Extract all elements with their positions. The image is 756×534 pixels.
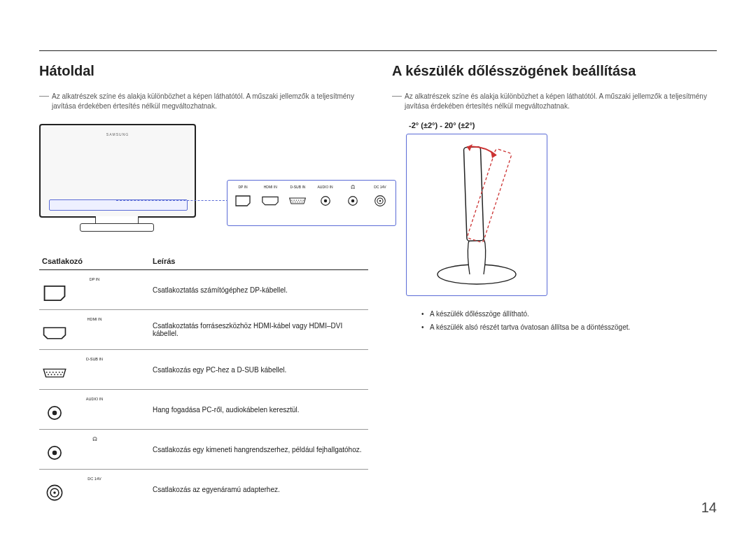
port-panel-callout: DP INHDMI IND-SUB INAUDIO IN🎧DC 14V bbox=[227, 180, 396, 226]
svg-rect-17 bbox=[463, 147, 484, 241]
table-cell-description: Csatlakozás egy kimeneti hangrendszerhez… bbox=[150, 430, 368, 470]
table-row: 🎧 Csatlakozás egy kimeneti hangrendszerh… bbox=[39, 430, 368, 470]
table-cell-description: Csatlakozás az egyenáramú adapterhez. bbox=[150, 470, 368, 510]
left-note: Az alkatrészek színe és alakja különbözh… bbox=[39, 92, 368, 111]
tilt-angle-label: -2° (±2°) - 20° (±2°) bbox=[409, 121, 546, 129]
left-heading: Hátoldal bbox=[39, 63, 368, 79]
table-header-connector: Csatlakozó bbox=[39, 253, 150, 270]
panel-port-hdmi: HDMI IN bbox=[258, 183, 283, 223]
panel-port-dp: DP IN bbox=[230, 183, 255, 223]
table-row: HDMI IN Csatlakoztatás forráseszközhöz H… bbox=[39, 310, 368, 350]
tilt-bullet-list: A készülék dőlésszöge állítható.A készül… bbox=[392, 310, 721, 331]
rear-view-figure: SAMSUNG DP INHDMI IND-SUB INAUDIO IN🎧DC … bbox=[39, 121, 368, 240]
table-cell-description: Csatlakoztatás forráseszközhöz HDMI-kábe… bbox=[150, 310, 368, 350]
table-row: DP IN Csatlakoztatás számítógéphez DP-ká… bbox=[39, 270, 368, 310]
table-row: DC 14V Csatlakozás az egyenáramú adapter… bbox=[39, 470, 368, 510]
rule-top bbox=[39, 50, 717, 51]
table-row: D-SUB IN Csatlakozás egy PC-hez a D-SUB … bbox=[39, 350, 368, 390]
brand-label: SAMSUNG bbox=[41, 132, 195, 136]
panel-port-jack: 🎧 bbox=[340, 183, 365, 223]
page-number: 14 bbox=[701, 500, 717, 516]
table-header-description: Leírás bbox=[150, 253, 368, 270]
panel-port-dc: DC 14V bbox=[368, 183, 393, 223]
right-heading: A készülék dőlésszögének beállítása bbox=[392, 63, 721, 79]
right-note: Az alkatrészek színe és alakja különbözh… bbox=[392, 92, 721, 111]
table-cell-description: Csatlakoztatás számítógéphez DP-kábellel… bbox=[150, 270, 368, 310]
table-row: AUDIO IN Hang fogadása PC-ről, audiokábe… bbox=[39, 390, 368, 430]
port-table: Csatlakozó Leírás DP IN Csatlakoztatás s… bbox=[39, 253, 368, 509]
tilt-figure-box bbox=[406, 134, 547, 296]
panel-port-jack: AUDIO IN bbox=[313, 183, 338, 223]
list-item: A készülék alsó részét tartva óvatosan á… bbox=[420, 323, 721, 331]
table-cell-description: Csatlakozás egy PC-hez a D-SUB kábellel. bbox=[150, 350, 368, 390]
table-cell-description: Hang fogadása PC-ről, audiokábelen keres… bbox=[150, 390, 368, 430]
list-item: A készülék dőlésszöge állítható. bbox=[420, 310, 721, 318]
panel-port-dsub: D-SUB IN bbox=[285, 183, 310, 223]
